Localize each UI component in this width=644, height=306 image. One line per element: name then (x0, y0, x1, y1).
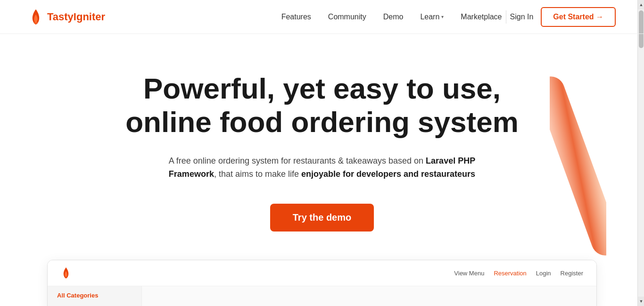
preview-body: All Categories (48, 286, 596, 306)
svg-point-0 (34, 21, 38, 24)
scrollbar[interactable]: ▲ ▼ (637, 0, 644, 306)
preview-topbar: View Menu Reservation Login Register (48, 260, 596, 286)
try-demo-button[interactable]: Try the demo (270, 204, 374, 232)
hero-subtitle: A free online ordering system for restau… (162, 154, 482, 182)
preview-content (142, 286, 596, 306)
learn-chevron-icon: ▾ (441, 14, 444, 19)
nav-divider (506, 10, 506, 24)
get-started-button[interactable]: Get Started → (541, 7, 616, 27)
nav-marketplace[interactable]: Marketplace (461, 13, 502, 21)
svg-rect-1 (550, 73, 606, 259)
logo-flame-icon (28, 8, 43, 25)
preview-flame-icon (61, 267, 71, 279)
preview-reservation[interactable]: Reservation (494, 270, 526, 277)
preview-login[interactable]: Login (536, 270, 551, 277)
preview-register[interactable]: Register (561, 270, 583, 277)
nav-learn[interactable]: Learn ▾ (420, 13, 444, 21)
nav-demo[interactable]: Demo (383, 13, 404, 21)
preview-all-categories[interactable]: All Categories (48, 286, 141, 305)
hero-decoration-icon (550, 72, 606, 260)
navbar: TastyIgniter Features Community Demo Lea… (0, 0, 644, 34)
nav-community[interactable]: Community (328, 13, 366, 21)
preview-sidebar: All Categories (48, 286, 142, 306)
preview-section: View Menu Reservation Login Register All… (0, 260, 644, 306)
hero-bold2: enjoyable for developers and restaurateu… (301, 169, 475, 179)
scrollbar-down-arrow[interactable]: ▼ (638, 297, 644, 306)
preview-logo (61, 267, 71, 279)
preview-card: View Menu Reservation Login Register All… (47, 260, 597, 306)
logo[interactable]: TastyIgniter (28, 8, 105, 25)
nav-features[interactable]: Features (281, 13, 311, 21)
hero-section: Powerful, yet easy to use, online food o… (0, 34, 644, 260)
hero-title: Powerful, yet easy to use, online food o… (119, 72, 525, 139)
nav-links: Features Community Demo Learn ▾ Marketpl… (281, 13, 502, 21)
preview-nav: View Menu Reservation Login Register (454, 270, 583, 277)
brand-name: TastyIgniter (47, 11, 105, 23)
preview-view-menu[interactable]: View Menu (454, 270, 484, 277)
signin-link[interactable]: Sign In (510, 13, 534, 21)
